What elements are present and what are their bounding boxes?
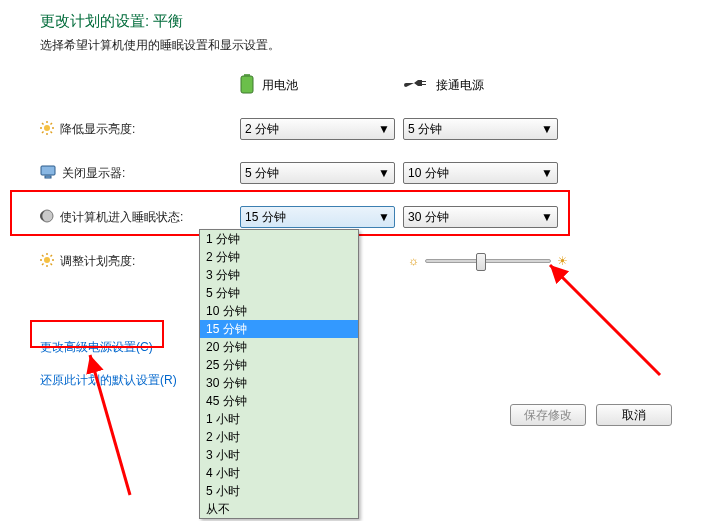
svg-line-23 (42, 263, 44, 265)
svg-line-24 (51, 255, 53, 257)
select-dim-battery[interactable]: 2 分钟 ▼ (240, 118, 395, 140)
dropdown-option[interactable]: 3 小时 (200, 446, 358, 464)
row-brightness: 调整计划亮度: ☼ ☀ ☼ ☀ (40, 247, 682, 275)
chevron-down-icon: ▼ (541, 122, 553, 136)
chevron-down-icon: ▼ (541, 210, 553, 224)
row-off: 关闭显示器: 5 分钟 ▼ 10 分钟 ▼ (40, 159, 682, 187)
dropdown-option[interactable]: 1 分钟 (200, 230, 358, 248)
svg-rect-14 (45, 176, 51, 178)
dropdown-option[interactable]: 2 分钟 (200, 248, 358, 266)
sun-small-icon: ☼ (408, 254, 419, 268)
col-battery-label: 用电池 (262, 77, 298, 94)
sun-big-icon: ☀ (557, 254, 568, 268)
select-off-plugged-value: 10 分钟 (408, 165, 449, 182)
row-sleep-label: 使计算机进入睡眠状态: (60, 209, 183, 226)
dropdown-option[interactable]: 10 分钟 (200, 302, 358, 320)
svg-point-16 (44, 257, 50, 263)
select-sleep-plugged-value: 30 分钟 (408, 209, 449, 226)
col-plugged: 接通电源 (404, 77, 564, 94)
save-button[interactable]: 保存修改 (510, 404, 586, 426)
dropdown-option[interactable]: 30 分钟 (200, 374, 358, 392)
col-plugged-label: 接通电源 (436, 77, 484, 94)
svg-rect-3 (422, 84, 426, 85)
svg-rect-13 (41, 166, 55, 175)
dropdown-option[interactable]: 25 分钟 (200, 356, 358, 374)
slider-brightness-plugged[interactable]: ☼ ☀ (408, 254, 568, 268)
dropdown-option[interactable]: 4 小时 (200, 464, 358, 482)
select-off-plugged[interactable]: 10 分钟 ▼ (403, 162, 558, 184)
select-sleep-battery-value: 15 分钟 (245, 209, 286, 226)
select-dim-battery-value: 2 分钟 (245, 121, 279, 138)
dropdown-option[interactable]: 5 分钟 (200, 284, 358, 302)
cancel-button[interactable]: 取消 (596, 404, 672, 426)
dropdown-option[interactable]: 2 小时 (200, 428, 358, 446)
dropdown-option[interactable]: 1 小时 (200, 410, 358, 428)
page-title: 更改计划的设置: 平衡 (40, 12, 682, 31)
slider-thumb[interactable] (476, 253, 486, 271)
select-dim-plugged-value: 5 分钟 (408, 121, 442, 138)
select-dim-plugged[interactable]: 5 分钟 ▼ (403, 118, 558, 140)
dim-icon (40, 121, 54, 138)
dropdown-option[interactable]: 15 分钟 (200, 320, 358, 338)
chevron-down-icon: ▼ (541, 166, 553, 180)
svg-line-10 (51, 131, 53, 133)
select-off-battery[interactable]: 5 分钟 ▼ (240, 162, 395, 184)
chevron-down-icon: ▼ (378, 210, 390, 224)
brightness-icon (40, 253, 54, 270)
dropdown-option[interactable]: 从不 (200, 500, 358, 518)
col-battery: 用电池 (240, 74, 400, 97)
select-sleep-battery[interactable]: 15 分钟 ▼ (240, 206, 395, 228)
dropdown-option[interactable]: 45 分钟 (200, 392, 358, 410)
svg-rect-1 (241, 76, 253, 93)
dropdown-option[interactable]: 3 分钟 (200, 266, 358, 284)
dropdown-option[interactable]: 20 分钟 (200, 338, 358, 356)
page-subtitle: 选择希望计算机使用的睡眠设置和显示设置。 (40, 37, 682, 54)
monitor-icon (40, 165, 56, 182)
link-restore-defaults[interactable]: 还原此计划的默认设置(R) (40, 372, 177, 389)
select-sleep-plugged[interactable]: 30 分钟 ▼ (403, 206, 558, 228)
svg-line-21 (42, 255, 44, 257)
moon-icon (40, 209, 54, 226)
column-headers: 用电池 接通电源 (40, 74, 682, 97)
battery-icon (240, 74, 254, 97)
select-off-battery-value: 5 分钟 (245, 165, 279, 182)
row-off-label: 关闭显示器: (62, 165, 125, 182)
svg-line-22 (51, 263, 53, 265)
chevron-down-icon: ▼ (378, 166, 390, 180)
row-dim: 降低显示亮度: 2 分钟 ▼ 5 分钟 ▼ (40, 115, 682, 143)
svg-point-4 (44, 125, 50, 131)
row-sleep: 使计算机进入睡眠状态: 15 分钟 ▼ 30 分钟 ▼ (40, 203, 682, 231)
link-advanced-settings[interactable]: 更改高级电源设置(C) (40, 339, 153, 356)
sleep-battery-dropdown[interactable]: 1 分钟2 分钟3 分钟5 分钟10 分钟15 分钟20 分钟25 分钟30 分… (199, 229, 359, 519)
chevron-down-icon: ▼ (378, 122, 390, 136)
svg-line-9 (42, 123, 44, 125)
dropdown-option[interactable]: 5 小时 (200, 482, 358, 500)
row-brightness-label: 调整计划亮度: (60, 253, 135, 270)
svg-line-12 (51, 123, 53, 125)
row-dim-label: 降低显示亮度: (60, 121, 135, 138)
svg-line-11 (42, 131, 44, 133)
svg-rect-2 (422, 81, 426, 82)
plug-icon (404, 77, 428, 94)
